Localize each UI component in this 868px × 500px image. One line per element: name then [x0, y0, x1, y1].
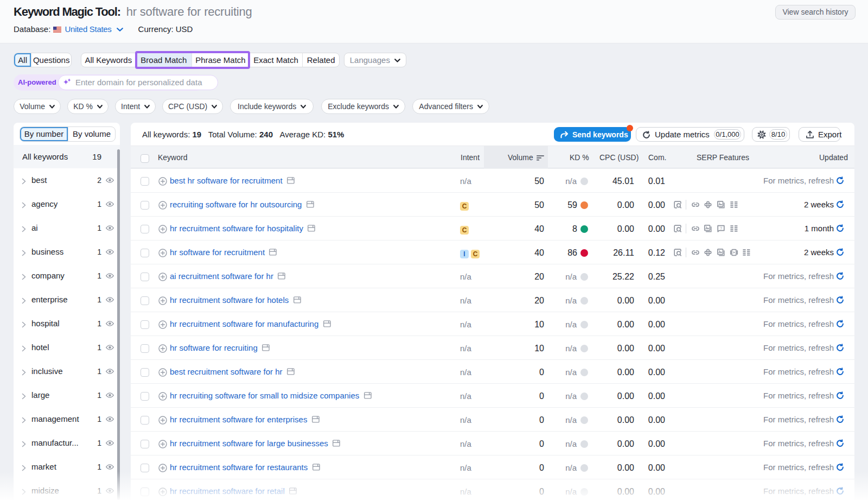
svg-text:?: ?: [720, 226, 722, 231]
